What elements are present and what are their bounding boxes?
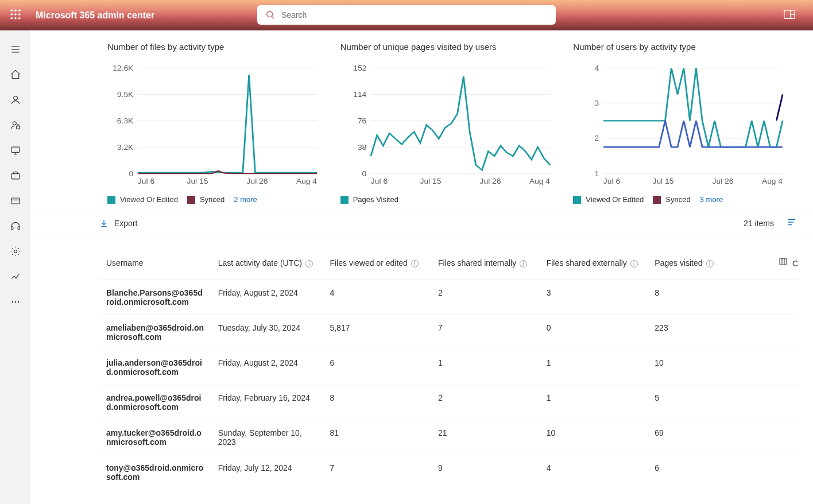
chart-plot[interactable]: 03876114152Jul 6Jul 15Jul 26Aug 4 xyxy=(340,64,558,185)
table-row[interactable]: andrea.powell@o365droid.onmicrosoft.comF… xyxy=(99,385,798,420)
export-button[interactable]: Export xyxy=(99,219,137,228)
col-filesSharedExt[interactable]: Files shared externallyi xyxy=(540,250,648,280)
dashboard-card-icon[interactable] xyxy=(783,8,796,22)
cell-files-shared-externally: 3 xyxy=(540,280,648,315)
table-row[interactable]: Blanche.Parsons@o365droid.onmicrosoft.co… xyxy=(99,280,798,315)
nav-more-button[interactable] xyxy=(4,291,27,313)
nav-user-lock-button[interactable] xyxy=(4,114,27,136)
svg-text:Jul 6: Jul 6 xyxy=(603,177,620,185)
svg-rect-23 xyxy=(18,227,20,230)
cell-username: ameliaben@o365droid.onmicrosoft.com xyxy=(99,315,211,350)
svg-text:Jul 15: Jul 15 xyxy=(653,177,674,185)
nav-users-button[interactable] xyxy=(4,89,27,111)
cell-files-shared-externally: 10 xyxy=(540,420,648,455)
app-launcher-button[interactable] xyxy=(10,9,21,22)
svg-text:Jul 15: Jul 15 xyxy=(420,177,441,185)
nav-rail xyxy=(0,30,30,504)
page-title: Microsoft 365 admin center xyxy=(36,10,154,21)
nav-home-button[interactable] xyxy=(4,64,27,86)
svg-point-24 xyxy=(14,250,17,253)
customize-columns-button[interactable] xyxy=(779,257,788,268)
chart-plot[interactable]: 1234Jul 6Jul 15Jul 26Aug 4 xyxy=(573,64,790,185)
info-icon[interactable]: i xyxy=(305,260,313,267)
legend-swatch-icon xyxy=(187,196,195,204)
table-header-row: UsernameLast activity date (UTC)iFiles v… xyxy=(99,250,798,280)
svg-text:0: 0 xyxy=(129,169,134,177)
col-label: Files viewed or edited xyxy=(330,258,407,267)
col-filesViewed[interactable]: Files viewed or editedi xyxy=(323,250,431,280)
nav-devices-button[interactable] xyxy=(4,139,27,161)
svg-point-4 xyxy=(14,13,17,15)
legend-more-link[interactable]: 3 more xyxy=(700,195,723,204)
cell-last-activity: Sunday, September 10, 2023 xyxy=(211,420,323,455)
nav-billing-button[interactable] xyxy=(4,190,27,212)
cell-blank xyxy=(756,455,798,490)
legend-swatch-icon xyxy=(573,196,581,204)
legend-item[interactable]: Pages Visited xyxy=(340,195,398,204)
cell-pages-visited: 10 xyxy=(648,350,756,385)
table-row[interactable]: amy.tucker@o365droid.onmicrosoft.comSund… xyxy=(99,420,798,455)
nav-support-button[interactable] xyxy=(4,215,27,237)
cell-pages-visited: 69 xyxy=(648,420,756,455)
nav-reports-button[interactable] xyxy=(4,266,27,288)
col-label: Last activity date (UTC) xyxy=(218,258,302,267)
chart-plot[interactable]: 03.2K6.3K9.5K12.6KJul 6Jul 15Jul 26Aug 4 xyxy=(107,64,324,185)
chart-legend: Viewed Or EditedSynced3 more xyxy=(573,195,790,204)
col-filesSharedInt[interactable]: Files shared internallyi xyxy=(431,250,540,280)
column-options-button[interactable] xyxy=(787,217,797,229)
info-icon[interactable]: i xyxy=(411,260,419,267)
svg-text:Aug 4: Aug 4 xyxy=(762,177,783,185)
cell-blank xyxy=(756,420,798,455)
nav-resources-button[interactable] xyxy=(4,165,27,187)
col-lastActivity[interactable]: Last activity date (UTC)i xyxy=(211,250,323,280)
svg-text:Jul 6: Jul 6 xyxy=(138,177,154,185)
chart-card-1: Number of unique pages visited by users0… xyxy=(332,42,566,204)
table-row[interactable]: julia.anderson@o365droid.onmicrosoft.com… xyxy=(99,350,798,385)
table-row[interactable]: ameliaben@o365droid.onmicrosoft.comTuesd… xyxy=(99,315,798,350)
legend-item[interactable]: Synced xyxy=(653,195,690,204)
search-wrap xyxy=(257,5,556,25)
nav-hamburger-button[interactable] xyxy=(4,38,27,60)
cell-files-shared-internally: 9 xyxy=(431,455,540,490)
cell-files-shared-internally: 2 xyxy=(431,385,540,420)
cell-files-shared-externally: 0 xyxy=(540,315,648,350)
svg-point-2 xyxy=(18,9,21,11)
svg-text:3.2K: 3.2K xyxy=(117,143,134,151)
info-icon[interactable]: i xyxy=(520,260,527,267)
svg-point-1 xyxy=(14,9,17,11)
svg-text:Jul 26: Jul 26 xyxy=(247,177,268,185)
cell-username: amy.tucker@o365droid.onmicrosoft.com xyxy=(99,420,211,455)
chart-legend: Viewed Or EditedSynced2 more xyxy=(107,195,324,204)
legend-swatch-icon xyxy=(107,196,115,204)
cell-last-activity: Friday, August 2, 2024 xyxy=(211,280,323,315)
table-row[interactable]: tony@o365droid.onmicrosoft.comFriday, Ju… xyxy=(99,455,798,490)
chart-legend: Pages Visited xyxy=(340,195,558,204)
legend-more-link[interactable]: 2 more xyxy=(234,195,257,204)
cell-files-shared-externally: 1 xyxy=(540,385,648,420)
legend-label: Pages Visited xyxy=(353,195,398,204)
svg-text:114: 114 xyxy=(353,91,366,99)
cell-files-shared-internally: 21 xyxy=(431,420,540,455)
col-pagesVisited[interactable]: Pages visitedi xyxy=(648,250,756,280)
search-input[interactable] xyxy=(257,5,556,25)
col-username[interactable]: Username xyxy=(99,250,211,280)
cell-pages-visited: 6 xyxy=(648,455,756,490)
nav-settings-button[interactable] xyxy=(4,241,27,262)
info-icon[interactable]: i xyxy=(630,260,638,267)
cell-username: Blanche.Parsons@o365droid.onmicrosoft.co… xyxy=(99,280,211,315)
legend-item[interactable]: Viewed Or Edited xyxy=(573,195,644,204)
legend-item[interactable]: Synced xyxy=(187,195,224,204)
cell-files-viewed: 4 xyxy=(323,280,431,315)
cell-username: tony@o365droid.onmicrosoft.com xyxy=(99,455,211,490)
info-icon[interactable]: i xyxy=(706,260,714,267)
svg-text:0: 0 xyxy=(362,169,366,177)
waffle-icon xyxy=(10,9,21,20)
legend-swatch-icon xyxy=(653,196,661,204)
cell-blank xyxy=(756,280,798,315)
col-_customize[interactable]: C xyxy=(756,250,798,280)
cell-files-shared-externally: 4 xyxy=(540,455,648,490)
svg-point-9 xyxy=(267,11,273,17)
legend-item[interactable]: Viewed Or Edited xyxy=(107,195,178,204)
export-label: Export xyxy=(114,219,137,228)
legend-swatch-icon xyxy=(340,196,349,204)
